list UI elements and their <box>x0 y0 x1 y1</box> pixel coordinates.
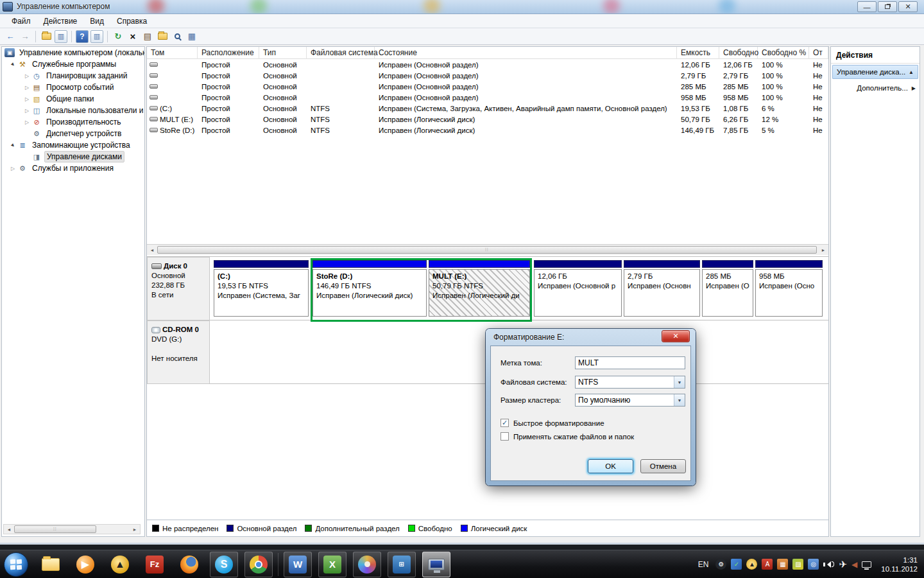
taskbar-excel-button[interactable]: X <box>318 552 346 577</box>
close-button[interactable]: ✕ <box>898 1 918 12</box>
disk0-info[interactable]: Диск 0 Основной 232,88 ГБ В сети <box>147 257 210 320</box>
expander-icon[interactable]: ▷ <box>22 85 31 91</box>
open-icon[interactable] <box>156 30 169 43</box>
header-fs[interactable]: Файловая система <box>307 47 375 59</box>
scrollbar-thumb[interactable]: ⫶⫶ <box>157 246 817 254</box>
volume-row-store-d[interactable]: StoRe (D:) ПростойОсновной NTFSИсправен … <box>147 125 828 136</box>
file-system-select[interactable]: NTFS ▼ <box>575 376 685 389</box>
properties-icon[interactable]: ▤ <box>141 30 154 43</box>
tray-steam-icon[interactable]: ⚙ <box>715 559 726 570</box>
compression-checkbox-row[interactable]: Применять сжатие файлов и папок <box>501 432 634 441</box>
tray-plane-icon[interactable]: ✈ <box>839 559 847 570</box>
up-one-level-icon[interactable] <box>40 30 53 43</box>
tree-item-local-users[interactable]: ▷ ◫ Локальные пользователи и г <box>2 105 144 116</box>
header-type[interactable]: Тип <box>259 47 307 59</box>
tree-item-shared-folders[interactable]: ▷ ▧ Общие папки <box>2 93 144 105</box>
taskbar-computer-management-button[interactable] <box>422 552 450 577</box>
menu-view[interactable]: Вид <box>83 15 110 27</box>
cancel-button[interactable]: Отмена <box>640 459 686 473</box>
tree-item-system-tools[interactable]: ▼ ⚒ Служебные программы <box>2 58 144 70</box>
network-icon[interactable] <box>862 561 871 568</box>
partition-5[interactable]: 2,79 ГБ Исправен (Основн <box>624 260 700 320</box>
partition-4[interactable]: 12,06 ГБ Исправен (Основной р <box>534 260 622 320</box>
tree-item-device-manager[interactable]: ⚙ Диспетчер устройств <box>2 128 144 139</box>
taskbar-paint-button[interactable] <box>353 552 381 577</box>
minimize-button[interactable]: — <box>857 1 877 12</box>
header-fault[interactable]: От <box>809 47 828 59</box>
start-button[interactable] <box>4 552 28 577</box>
expander-icon[interactable]: ▼ <box>8 59 18 69</box>
tree-item-performance[interactable]: ▷ ⊘ Производительность <box>2 116 144 128</box>
show-action-pane-icon[interactable]: ▥ <box>90 30 103 43</box>
tray-clock[interactable]: 1:31 10.11.2012 <box>877 556 918 574</box>
header-free-pct[interactable]: Свободно % <box>758 47 809 59</box>
taskbar-media-player-button[interactable]: ▶ <box>71 552 99 577</box>
partition-6[interactable]: 285 МБ Исправен (О <box>702 260 753 320</box>
volume-list-horizontal-scrollbar[interactable]: ◄ ⫶⫶ ► <box>147 244 828 255</box>
checkbox-unchecked[interactable] <box>501 432 509 441</box>
dialog-close-button[interactable]: ✕ <box>662 330 690 342</box>
tray-utility-icon[interactable]: ▨ <box>792 559 803 570</box>
scroll-left-icon[interactable]: ◄ <box>147 245 157 254</box>
cdrom-info[interactable]: CD-ROM 0 DVD (G:) Нет носителя <box>147 320 210 384</box>
partition-c[interactable]: (C:) 19,53 ГБ NTFS Исправен (Система, За… <box>214 260 309 320</box>
header-status[interactable]: Состояние <box>375 47 677 59</box>
volume-row[interactable]: ПростойОсновной Исправен (Основной разде… <box>147 81 828 92</box>
expander-icon[interactable]: ▷ <box>22 119 31 125</box>
taskbar-firefox-button[interactable] <box>175 552 203 577</box>
help-icon[interactable]: ? <box>76 30 89 43</box>
volume-row[interactable]: ПростойОсновной Исправен (Основной разде… <box>147 92 828 103</box>
tray-grid-icon[interactable]: ▦ <box>777 559 788 570</box>
tree-horizontal-scrollbar[interactable]: ◄ ⫶⫶ ► <box>3 524 141 534</box>
scroll-left-icon[interactable]: ◄ <box>4 525 14 534</box>
delete-icon[interactable]: × <box>126 30 139 43</box>
back-icon[interactable]: ← <box>4 30 17 43</box>
taskbar-chrome-button[interactable] <box>244 552 273 577</box>
checkbox-checked[interactable]: ✓ <box>501 419 509 427</box>
volume-row-mult-e[interactable]: MULT (E:) ПростойОсновной NTFSИсправен (… <box>147 114 828 125</box>
actions-more[interactable]: Дополнитель... ▶ <box>831 80 920 96</box>
header-layout[interactable]: Расположение <box>198 47 259 59</box>
taskbar-aimp-button[interactable]: ▲ <box>106 552 134 577</box>
expander-icon[interactable]: ▷ <box>8 166 17 171</box>
find-icon[interactable] <box>171 30 184 43</box>
taskbar-control-panel-button[interactable]: ⊞ <box>388 552 416 577</box>
header-volume[interactable]: Том <box>147 47 198 59</box>
tree-item-storage[interactable]: ▼ ≣ Запоминающие устройства <box>2 139 144 151</box>
taskbar-skype-button[interactable]: S <box>210 552 238 577</box>
partition-store-d[interactable]: StoRe (D:) 146,49 ГБ NTFS Исправен (Логи… <box>312 260 427 320</box>
expander-icon[interactable]: ▷ <box>22 108 31 114</box>
tree-item-task-scheduler[interactable]: ▷ ◷ Планировщик заданий <box>2 70 144 82</box>
taskbar-word-button[interactable]: W <box>284 552 312 577</box>
expander-icon[interactable]: ▷ <box>22 73 31 79</box>
chevron-down-icon[interactable]: ▼ <box>674 376 685 388</box>
actions-disk-management[interactable]: Управление диска... ▲ <box>832 65 918 79</box>
show-console-tree-icon[interactable]: ▥ <box>55 30 67 43</box>
tree-item-event-viewer[interactable]: ▷ ▤ Просмотр событий <box>2 82 144 93</box>
restore-button[interactable] <box>878 1 897 12</box>
tray-aimp-icon[interactable]: ▲ <box>746 559 757 570</box>
forward-icon[interactable]: → <box>19 30 31 43</box>
header-capacity[interactable]: Емкость <box>677 47 719 59</box>
scroll-right-icon[interactable]: ► <box>130 525 140 534</box>
taskbar-filezilla-button[interactable]: Fz <box>141 552 169 577</box>
taskbar-explorer-button[interactable] <box>37 552 65 577</box>
volume-row[interactable]: ПростойОсновной Исправен (Основной разде… <box>147 70 828 81</box>
titlebar[interactable]: Управление компьютером — ✕ <box>0 0 924 14</box>
scroll-right-icon[interactable]: ► <box>818 245 828 254</box>
tray-adobe-icon[interactable]: A <box>762 559 773 570</box>
tree-item-disk-management[interactable]: ◨ Управление дисками <box>2 151 144 162</box>
volume-row[interactable]: ПростойОсновной Исправен (Основной разде… <box>147 59 828 70</box>
cluster-size-select[interactable]: По умолчанию ▼ <box>575 394 685 407</box>
tray-sync-icon[interactable]: ◎ <box>808 559 819 570</box>
partition-7[interactable]: 958 МБ Исправен (Осно <box>755 260 823 320</box>
expander-icon[interactable]: ▼ <box>8 140 18 150</box>
chevron-down-icon[interactable]: ▼ <box>674 394 685 406</box>
ok-button[interactable]: OK <box>588 459 633 473</box>
menu-action[interactable]: Действие <box>37 15 84 27</box>
volume-icon[interactable] <box>823 561 834 568</box>
tree-item-services[interactable]: ▷ ⚙ Службы и приложения <box>2 162 144 174</box>
scrollbar-thumb[interactable]: ⫶⫶ <box>14 525 96 533</box>
refresh-icon[interactable]: ↻ <box>112 30 124 43</box>
volume-label-input[interactable] <box>575 356 685 369</box>
